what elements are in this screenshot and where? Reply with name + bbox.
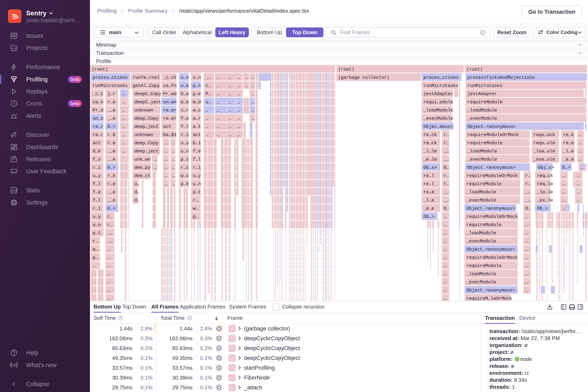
svg-text:…: … [217, 124, 219, 129]
svg-text:re…e: re…e [563, 140, 574, 146]
svg-text:a…t: a…t [193, 124, 201, 129]
svg-text:b…1: b…1 [193, 140, 201, 146]
svg-text:…: … [237, 116, 240, 121]
svg-text:f…l: f…l [93, 182, 101, 186]
svg-text:…: … [525, 272, 528, 276]
svg-text:0…>: 0…> [107, 165, 115, 170]
svg-text:_e…e: _e…e [563, 157, 574, 162]
svg-text:O…>: O…> [562, 165, 571, 170]
svg-text:requireModule: requireModule [466, 222, 502, 228]
svg-text:…: … [154, 165, 156, 170]
svg-text:Obj…s>: Obj…s> [538, 165, 554, 170]
svg-text:…: … [577, 198, 580, 203]
svg-text:deep…Copy: deep…Copy [134, 116, 159, 121]
svg-text:…: … [444, 239, 446, 244]
svg-text:re…er: re…er [163, 116, 177, 121]
svg-text:u…y: u…y [93, 214, 101, 219]
svg-text:r…: r… [525, 173, 531, 178]
svg-text:Ob…>: Ob…> [423, 214, 434, 219]
svg-text:…: … [107, 247, 110, 252]
svg-text:u…n: u…n [193, 182, 201, 186]
svg-text:u…n: u…n [181, 149, 189, 154]
svg-text:…: … [217, 92, 219, 96]
svg-text:…: … [252, 108, 254, 113]
svg-text:re…er: re…er [163, 108, 177, 113]
svg-text:…: … [229, 83, 231, 88]
svg-text:_l…e: _l…e [423, 198, 434, 203]
svg-text:jestAdapter: jestAdapter [467, 92, 497, 96]
svg-text:runMicrotasks: runMicrotasks [423, 83, 459, 88]
svg-text:O…: O… [444, 165, 449, 170]
svg-text:…: … [444, 280, 446, 285]
svg-text:…: … [229, 108, 231, 113]
svg-text:…: … [579, 140, 582, 146]
svg-text:…: … [237, 75, 240, 80]
svg-text:_execModule: _execModule [466, 198, 496, 203]
svg-text:un…n: un…n [93, 116, 103, 121]
svg-text:…: … [237, 83, 240, 88]
svg-text:…: … [444, 222, 446, 228]
svg-text:…: … [252, 75, 254, 80]
svg-text:u…y: u…y [193, 173, 201, 178]
svg-text:…: … [217, 132, 219, 138]
svg-text:e…e: e…e [181, 100, 189, 105]
svg-text:f…l: f…l [93, 198, 101, 203]
svg-text:requireModuleOrMock: requireModuleOrMock [466, 255, 518, 260]
svg-text:act: act [163, 124, 171, 129]
svg-text:unk…wn: unk…wn [134, 157, 150, 162]
svg-text:r…1: r…1 [93, 165, 101, 170]
svg-text:0…>: 0…> [107, 124, 115, 129]
svg-text:u…n: u…n [93, 222, 101, 228]
svg-text:…: … [206, 132, 208, 138]
svg-text:_ex…le: _ex…le [537, 198, 553, 203]
svg-text:Ob…>: Ob…> [537, 206, 548, 211]
svg-text:…: … [165, 165, 167, 170]
svg-text:_loadModule: _loadModule [466, 190, 496, 195]
svg-text:_execModule: _execModule [467, 157, 497, 162]
svg-text:_…e: _…e [107, 116, 115, 121]
svg-text:O…: O… [444, 206, 449, 211]
svg-text:re…l: re…l [423, 182, 434, 186]
svg-text:…: … [172, 157, 175, 162]
svg-text:…: … [237, 124, 240, 129]
svg-text:_…e: _…e [107, 198, 115, 203]
svg-text:…: … [444, 255, 446, 260]
svg-text:u…y: u…y [93, 173, 101, 178]
svg-text:r…1: r…1 [193, 165, 201, 170]
svg-text:…: … [579, 149, 582, 154]
svg-text:requ…ock: requ…ock [533, 132, 555, 138]
svg-text:re…r: re…r [93, 132, 103, 138]
svg-text:_…: _… [107, 230, 113, 236]
svg-text:Object.<anonymous>: Object.<anonymous> [466, 206, 515, 211]
svg-text:…: … [172, 165, 175, 170]
svg-text:r…: r… [444, 182, 449, 186]
svg-text:unknown: unknown [134, 132, 153, 138]
svg-text:(root): (root) [467, 67, 483, 72]
svg-text:_e…e: _e…e [423, 206, 434, 211]
svg-text:_lo…le: _lo…le [537, 190, 553, 195]
svg-text:f…e: f…e [181, 116, 189, 121]
svg-text:re…ck: re…ck [423, 132, 437, 138]
svg-text:r…: r… [444, 140, 449, 146]
svg-text:O…e: O…e [181, 92, 189, 96]
svg-text:_loadModule: _loadModule [466, 272, 496, 276]
svg-text:…: … [107, 272, 110, 276]
svg-text:_…e: _…e [107, 108, 115, 113]
svg-text:deepC…ject: deepC…ject [134, 100, 161, 105]
svg-text:…: … [229, 132, 231, 138]
svg-text:…: … [229, 75, 231, 80]
svg-text:act: act [93, 140, 101, 146]
svg-text:requireModule: requireModule [466, 182, 502, 186]
svg-text:…: … [122, 116, 125, 121]
svg-text:r…: r… [444, 173, 449, 178]
svg-text:…: … [562, 206, 565, 211]
svg-text:w…c: w…c [181, 173, 189, 178]
svg-text:…: … [217, 83, 219, 88]
svg-text:_execModule: _execModule [467, 116, 497, 121]
svg-text:…: … [581, 165, 583, 170]
svg-text:un…wn: un…wn [163, 100, 177, 105]
svg-text:…: … [525, 247, 528, 252]
svg-text:…: … [237, 132, 240, 138]
svg-text:…: … [252, 100, 254, 105]
svg-text:r…e: r…e [107, 182, 115, 186]
